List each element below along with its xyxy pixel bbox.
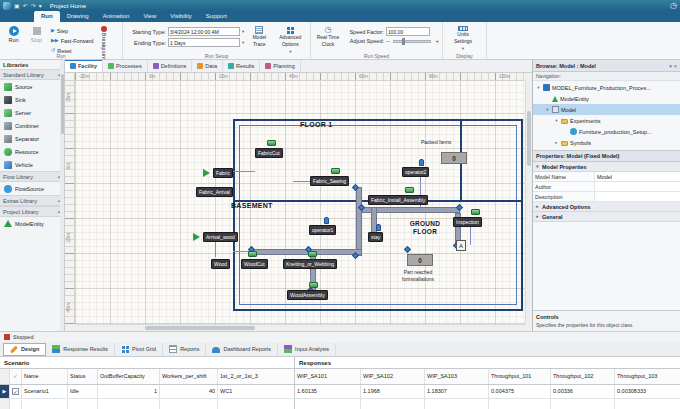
speed-minus-icon[interactable]: − (386, 38, 390, 44)
expander-icon[interactable]: ▾ (536, 85, 541, 90)
expander-icon[interactable]: ▸ (535, 214, 540, 219)
save-icon[interactable]: ▣ (14, 3, 20, 9)
canvas-node-inspection[interactable]: Inspection (453, 217, 482, 227)
scenario-row[interactable]: ▶ ✓ Scenario1 Idle 1 40 WC1 1.60135 1.19… (0, 385, 680, 399)
quick-access-menu-icon[interactable]: ▾ (39, 3, 42, 9)
library-item-vehicle[interactable]: Vehicle (0, 158, 64, 171)
library-item-sink[interactable]: Sink (0, 93, 64, 106)
property-category-advanced[interactable]: ▸Advanced Options (533, 202, 680, 212)
units-settings-button[interactable]: Units Settings ▾ (446, 24, 480, 51)
tab-data[interactable]: Data (192, 60, 223, 72)
canvas-node-woodassembly[interactable]: WoodAssembly (287, 290, 328, 300)
column-header-wip-sa102[interactable]: WIP_SA102 (361, 369, 425, 384)
canvas-node-arrival-wood[interactable]: Arrival_wood (203, 232, 238, 242)
column-header-workers-per-shift[interactable]: Workers_per_shift (160, 369, 218, 384)
library-item-separator[interactable]: Separator (0, 132, 64, 145)
canvas-node-woodcut[interactable]: WoodCut (241, 259, 268, 269)
facility-canvas[interactable]: FabricCut Fabric Fabric_Arrival Fabric_S… (75, 81, 525, 324)
path-sawing-to-basement[interactable] (356, 187, 362, 256)
stop-button[interactable]: Stop (26, 24, 47, 43)
tab-project-home[interactable]: Project Home (50, 3, 86, 9)
ending-type-input[interactable] (168, 38, 240, 47)
worker-object-icon[interactable] (324, 217, 329, 224)
property-row-author[interactable]: Author (533, 182, 680, 192)
canvas-vertical-scrollbar[interactable] (525, 81, 532, 324)
property-category-general[interactable]: ▸General (533, 212, 680, 222)
worker-object-icon[interactable] (419, 159, 424, 166)
canvas-node-fabric-arrival[interactable]: Fabric_Arrival (196, 187, 233, 197)
tab-pivot-grid[interactable]: Pivot Grid (115, 343, 163, 356)
close-icon[interactable]: × (674, 63, 677, 69)
cell-1st-2-or-1st-3[interactable]: WC1 (218, 385, 295, 398)
starting-type-dropdown-icon[interactable]: ▾ (242, 29, 244, 34)
tab-results[interactable]: Results (223, 60, 260, 72)
tab-processes[interactable]: Processes (103, 60, 148, 72)
scrollbar-thumb[interactable] (527, 111, 531, 166)
canvas-node-stay[interactable]: stay (368, 232, 383, 242)
expander-icon[interactable]: ▸ (554, 140, 559, 145)
tree-item-experiment-setup[interactable]: Furniture_production_Setup... (533, 126, 680, 137)
clock-icon[interactable]: ◷ (670, 2, 677, 10)
real-time-clock-button[interactable]: ◷ Real Time Clock (314, 24, 342, 48)
source-object-icon[interactable] (193, 233, 200, 241)
tab-animation[interactable]: Animation (96, 11, 137, 22)
section-extras-library[interactable]: Extras Library▲ (0, 195, 64, 206)
tree-item-model[interactable]: ▾Model (533, 104, 680, 115)
cell-name[interactable]: Scenario1 (22, 385, 68, 398)
canvas-node-fabric-install-assembly[interactable]: Fabric_Install_Assembly (368, 195, 428, 205)
tab-planning[interactable]: Planning (260, 60, 300, 72)
cell-workers-per-shift[interactable]: 40 (160, 385, 218, 398)
column-header-name[interactable]: Name (22, 369, 68, 384)
server-object-icon[interactable] (309, 282, 318, 288)
tab-dashboard-reports[interactable]: Dashboard Reports (206, 343, 278, 356)
expander-icon[interactable]: ▾ (554, 118, 559, 123)
expander-icon[interactable]: ▾ (545, 107, 550, 112)
tab-facility[interactable]: Facility (65, 60, 103, 72)
server-object-icon[interactable] (308, 251, 317, 257)
tab-drawing[interactable]: Drawing (60, 11, 96, 22)
fast-forward-button[interactable]: ▶▶Fast-Forward (49, 36, 95, 45)
canvas-node-operator2[interactable]: operator2 (402, 167, 429, 177)
speed-plus-icon[interactable]: + (435, 38, 439, 44)
starting-type-input[interactable] (168, 27, 240, 36)
tab-support[interactable]: Support (199, 11, 234, 22)
section-project-library[interactable]: Project Library▲ (0, 206, 64, 217)
libraries-scrollbar[interactable] (60, 60, 64, 331)
expander-icon[interactable]: ▾ (535, 164, 540, 169)
active-row-marker[interactable]: ▶ (0, 385, 10, 398)
section-standard-library[interactable]: Standard Library▲ (0, 69, 64, 80)
cell-outbuffercapacity[interactable]: 1 (98, 385, 160, 398)
library-item-resource[interactable]: Resource (0, 145, 64, 158)
server-object-icon[interactable] (405, 187, 414, 193)
source-object-icon[interactable] (203, 169, 210, 177)
server-object-icon[interactable] (471, 209, 480, 215)
tab-view[interactable]: View (136, 11, 163, 22)
property-value[interactable] (595, 182, 680, 191)
column-header-wip-sa103[interactable]: WIP_SA103 (425, 369, 489, 384)
property-row-description[interactable]: Description (533, 192, 680, 202)
checked-checkbox-icon[interactable]: ✓ (12, 388, 19, 395)
library-item-server[interactable]: Server (0, 106, 64, 119)
property-value[interactable] (595, 192, 680, 201)
library-item-modelentity[interactable]: ModelEntity (0, 217, 64, 230)
column-header-throughput-103[interactable]: Throughput_103 (615, 369, 680, 384)
checkbox-column-header[interactable]: ✓ (10, 369, 22, 384)
column-header-wip-sa101[interactable]: WIP_SA101 (295, 369, 361, 384)
canvas-node-knetting-or-webbing[interactable]: Knetting_or_Webbing (283, 259, 337, 269)
column-header-1st-2-or-1st-3[interactable]: 1st_2_or_1st_3 (218, 369, 295, 384)
step-button[interactable]: ▶Step (49, 26, 95, 35)
server-object-icon[interactable] (267, 140, 276, 146)
column-header-throughput-101[interactable]: Throughput_101 (489, 369, 551, 384)
redo-icon[interactable]: ↷ (31, 3, 36, 9)
canvas-node-fabric-sawing[interactable]: Fabric_Sawing (310, 176, 349, 186)
canvas-node-fabric[interactable]: Fabric (213, 168, 233, 178)
speed-factor-input[interactable] (386, 27, 430, 36)
property-value[interactable]: Model (595, 172, 680, 181)
tree-item-symbols[interactable]: ▸Symbols (533, 137, 680, 148)
library-item-combiner[interactable]: Combiner (0, 119, 64, 132)
tree-item-project-root[interactable]: ▾MODEL_Furniture_Production_Proces... (533, 82, 680, 93)
scenario-checkbox[interactable]: ✓ (10, 385, 22, 398)
model-trace-button[interactable]: Model Trace (246, 24, 272, 48)
tree-item-experiments[interactable]: ▾Experiments (533, 115, 680, 126)
slider-thumb[interactable] (402, 38, 405, 45)
